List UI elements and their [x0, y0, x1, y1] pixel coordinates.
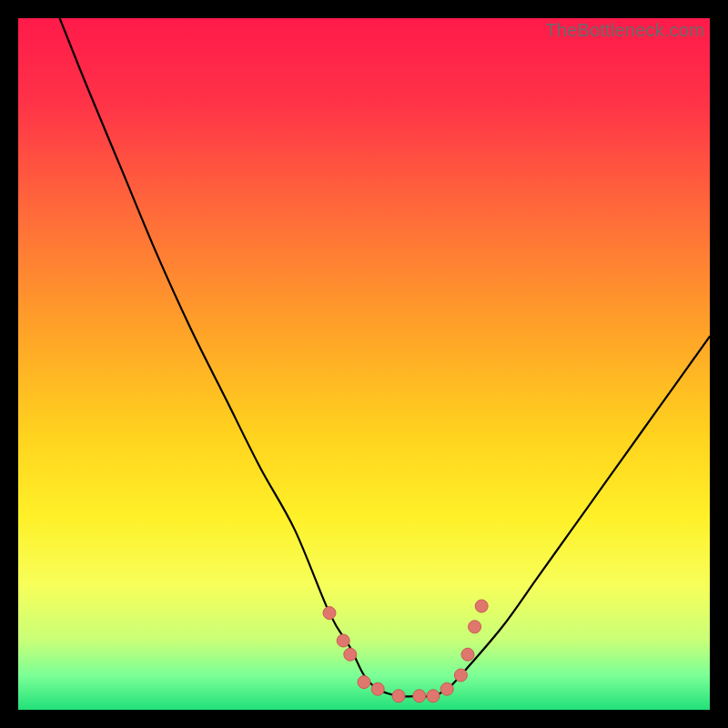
curve-marker: [358, 676, 370, 689]
curve-marker: [392, 690, 405, 703]
curve-marker: [344, 648, 357, 661]
curve-marker: [454, 669, 467, 682]
curve-marker: [337, 634, 349, 647]
curve-marker: [475, 600, 488, 612]
curve-marker: [440, 682, 453, 695]
curve-marker: [413, 690, 426, 703]
chart-background: [18, 18, 710, 710]
watermark-text: TheBottleneck.com: [545, 20, 704, 41]
curve-marker: [461, 648, 474, 661]
curve-marker: [469, 621, 481, 633]
curve-marker: [323, 607, 336, 620]
bottleneck-chart: [18, 18, 710, 710]
curve-marker: [371, 682, 384, 695]
chart-frame: TheBottleneck.com: [18, 18, 710, 710]
curve-marker: [427, 690, 440, 703]
